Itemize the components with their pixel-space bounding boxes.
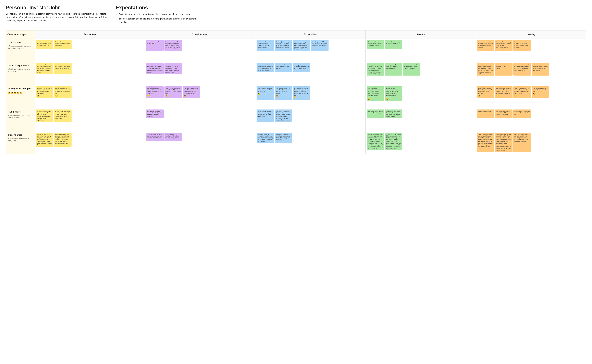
- expectations-list: Switching from my existing portfolio to …: [116, 13, 202, 24]
- card: User finishes setting up the portfolio a…: [477, 86, 494, 98]
- card: Value props compel user to click on CTA.: [146, 40, 164, 51]
- cell-service-goals: User expects the onboarding process to b…: [366, 62, 476, 85]
- cell-service-opp: We can help mitigate this pain area by p…: [366, 131, 476, 154]
- expectation-item-1: Switching from my existing portfolio to …: [119, 13, 202, 16]
- card: Highlighting key CTAs in providing an on…: [275, 133, 292, 143]
- card: LunarCrush automatically delivers insigh…: [495, 40, 513, 51]
- row-label-pain-points: Pain points What's not working well? Wha…: [6, 108, 35, 131]
- cell-consideration-feelings: User thinks the new portfolio feature do…: [145, 85, 255, 108]
- card: User expects the onboarding process to b…: [367, 63, 384, 76]
- card: We can help mitigate this pain area by p…: [367, 133, 384, 150]
- cell-acquisition-opp: This pain point is not worth trying to s…: [255, 131, 366, 154]
- card: Send one follow up email and test chance…: [146, 133, 164, 141]
- card: Notices the new portfolio feature advert…: [36, 40, 53, 49]
- col-header-awareness: Awareness: [35, 31, 145, 39]
- cell-consideration-goals: They expect to be directed to a landing …: [145, 62, 255, 85]
- card: User expects to learn new things about t…: [495, 63, 513, 76]
- card: User is thrilled about the promotional m…: [183, 86, 200, 98]
- card: User is unsure about the value of the su…: [513, 86, 531, 98]
- cell-consideration-opp: Send one follow up email and test chance…: [145, 131, 255, 154]
- card: User successfully connects accounts but …: [385, 86, 402, 101]
- card: They expect to be directed to a landing …: [146, 63, 164, 74]
- scenario-label: Scenario:: [6, 13, 16, 15]
- card: User expects to see their assets reflect…: [403, 63, 421, 76]
- cell-awareness-opp: We can connect these pain points by prov…: [35, 131, 145, 154]
- col-header-loyalty: Loyalty: [476, 31, 586, 39]
- card: User expects to click another CTA or fin…: [257, 63, 274, 72]
- cell-awareness-pain: 1. Users needs a deeper explanation to u…: [35, 108, 145, 131]
- card: The user (if not already a customer) sig…: [275, 40, 292, 51]
- card: A quick walkthrough of the different fea…: [385, 133, 402, 150]
- journey-map: Customer steps Awareness Consideration A…: [6, 30, 586, 154]
- card: During the consideration process, we off…: [477, 133, 494, 152]
- card: User expects LunarCrush to add flair to …: [513, 63, 531, 76]
- persona-title: Persona: Investor John: [6, 5, 107, 11]
- row-sub-pain-points: What's not working well? What causes fri…: [8, 114, 33, 119]
- col-header-consideration: Consideration: [145, 31, 255, 39]
- cell-service-pain: User doesn't know what to track or where…: [366, 108, 476, 131]
- card: User is a bit confused by the onboarding…: [275, 86, 292, 100]
- card: User is overwhelmed by all of LunarCrush…: [275, 110, 292, 122]
- card: User expects to be able to connect all o…: [385, 63, 402, 76]
- row-sub-opportunities: How might we address these pain points?: [8, 137, 33, 142]
- card: They are not sure about the value of eac…: [385, 110, 402, 118]
- row-title-goals: Goals & experiences: [8, 64, 33, 67]
- row-goals: Goals & experiences What is the customer…: [6, 62, 586, 85]
- card: User expects to see new metrics and info…: [477, 63, 494, 76]
- cell-awareness-feelings: User is unsure whether or not he should …: [35, 85, 145, 108]
- card: User forgets about the new product offer…: [146, 110, 164, 118]
- card: The customer wants to find new ways to i…: [54, 63, 72, 74]
- card: User expects sign up or sign in to be qu…: [275, 63, 292, 72]
- cell-service-feelings: User begins the onboarding process but i…: [366, 85, 476, 108]
- card: 1. User needs guidance to set up their n…: [54, 110, 72, 122]
- expectations-block: Expectations Switching from my existing …: [116, 5, 202, 25]
- page-wrapper: Persona: Investor John Scenario: John is…: [0, 0, 592, 159]
- col-header-service: Service: [366, 31, 476, 39]
- card: User is automatically directed to the ne…: [293, 40, 310, 51]
- cell-consideration-actions: Value props compel user to click on CTA.…: [145, 39, 255, 62]
- cell-acquisition-pain: We can't follow up with this lead in any…: [255, 108, 366, 131]
- cell-acquisition-feelings: User is not interested and because they …: [255, 85, 366, 108]
- card: User begins the onboarding process but i…: [367, 86, 384, 101]
- card: User loves the portfolio and continues t…: [532, 86, 549, 98]
- persona-scenario: Scenario: John is a long-time investor c…: [6, 12, 107, 22]
- cell-service-actions: Our service allows user to connect asset…: [366, 39, 476, 62]
- row-opportunities: Opportunities How might we address these…: [6, 131, 586, 154]
- card: We can connect these pain points by prov…: [36, 133, 53, 147]
- card: If we successfully convey the additional…: [495, 133, 513, 152]
- card: User thinks the new portfolio feature do…: [146, 86, 164, 98]
- col-header-acquisition: Acquisition: [255, 31, 366, 39]
- card: User signs up for a paid LunarCrush tier…: [513, 40, 531, 51]
- row-title-feelings: Feelings and thoughts: [8, 87, 33, 90]
- card: User expects to see clearly how to start…: [293, 63, 310, 72]
- cell-awareness-actions: Notices the new portfolio feature advert…: [35, 39, 145, 62]
- journey-header-row: Customer steps Awareness Consideration A…: [6, 31, 586, 39]
- card: The customer is hoping to see a value pr…: [36, 63, 53, 74]
- card: User is not interested and because they …: [257, 86, 274, 100]
- card: User enters a LunarCrush landing page co…: [164, 40, 182, 51]
- row-sub-goals: What is the customer trying to accomplis…: [8, 68, 33, 72]
- row-label-opportunities: Opportunities How might we address these…: [6, 131, 35, 154]
- card: User doesn't know what to track or where…: [367, 110, 384, 118]
- header-section: Persona: Investor John Scenario: John is…: [6, 5, 586, 25]
- col-header-steps: Customer steps: [6, 31, 35, 39]
- card: User reads additional information about …: [257, 40, 274, 51]
- row-feelings: Feelings and thoughts 😊 😊 😊 😐 😐 User is …: [6, 85, 586, 108]
- card: Our service allows user to connect asset…: [367, 40, 384, 49]
- card: outside of just the portfolio we can hel…: [513, 110, 531, 118]
- row-title-user-actions: User actions: [8, 41, 33, 44]
- card: User is still unsure about using the por…: [164, 86, 182, 98]
- card: User is a primed candidate and we design…: [164, 133, 182, 141]
- emoji-1: 😊: [8, 91, 10, 94]
- card: We can solve these pain points by making…: [54, 133, 72, 147]
- card: User is unsure whether or not he should …: [36, 86, 53, 98]
- emoji-5: 😐: [20, 91, 22, 94]
- emoji-3: 😊: [14, 91, 16, 94]
- cell-awareness-goals: The customer is hoping to see a value pr…: [35, 62, 145, 85]
- card: User finishes set up but is concerned ab…: [495, 86, 513, 98]
- cell-acquisition-actions: User reads additional information about …: [255, 39, 366, 62]
- row-label-user-actions: User actions What action does the custom…: [6, 39, 35, 62]
- card: If not they click a CTA in app or access…: [311, 40, 329, 51]
- persona-title-bold: Persona:: [6, 5, 28, 11]
- cell-loyalty-feelings: User finishes setting up the portfolio a…: [476, 85, 586, 108]
